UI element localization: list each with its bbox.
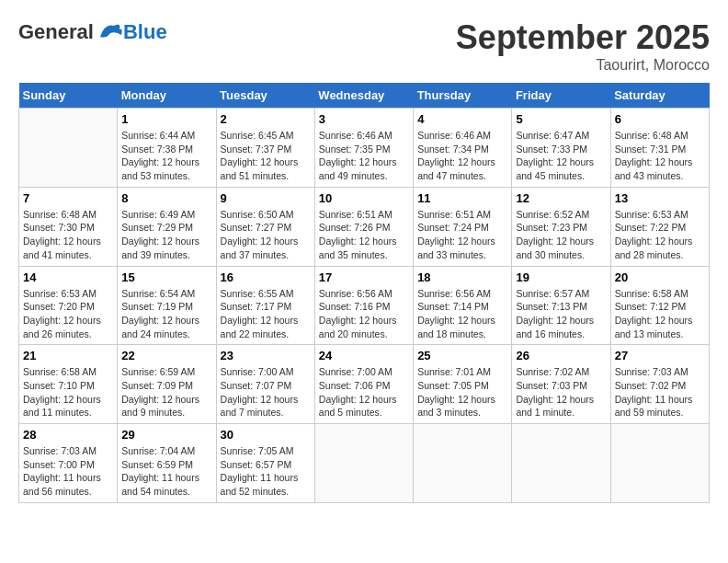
week-row-5: 28Sunrise: 7:03 AM Sunset: 7:00 PM Dayli… <box>19 424 710 503</box>
day-number: 23 <box>221 349 311 362</box>
day-info: Sunrise: 7:00 AM Sunset: 7:07 PM Dayligh… <box>221 365 311 419</box>
day-number: 21 <box>23 349 113 362</box>
day-number: 1 <box>121 112 211 126</box>
calendar-cell: 25Sunrise: 7:01 AM Sunset: 7:05 PM Dayli… <box>414 345 512 424</box>
calendar-cell: 21Sunrise: 6:58 AM Sunset: 7:10 PM Dayli… <box>19 345 118 424</box>
calendar-cell <box>414 424 512 503</box>
calendar-cell: 30Sunrise: 7:05 AM Sunset: 6:57 PM Dayli… <box>216 424 314 503</box>
calendar-cell: 8Sunrise: 6:49 AM Sunset: 7:29 PM Daylig… <box>118 187 216 266</box>
calendar-cell: 27Sunrise: 7:03 AM Sunset: 7:02 PM Dayli… <box>610 345 709 424</box>
calendar-cell: 3Sunrise: 6:46 AM Sunset: 7:35 PM Daylig… <box>314 109 413 188</box>
week-row-4: 21Sunrise: 6:58 AM Sunset: 7:10 PM Dayli… <box>19 345 710 424</box>
weekday-header-sunday: Sunday <box>19 83 118 109</box>
day-info: Sunrise: 6:49 AM Sunset: 7:29 PM Dayligh… <box>121 208 211 262</box>
calendar-cell: 7Sunrise: 6:48 AM Sunset: 7:30 PM Daylig… <box>19 187 118 266</box>
day-number: 12 <box>516 191 606 205</box>
day-number: 29 <box>121 428 211 442</box>
weekday-header-friday: Friday <box>512 83 610 109</box>
day-info: Sunrise: 7:03 AM Sunset: 7:00 PM Dayligh… <box>23 444 113 499</box>
calendar-cell: 6Sunrise: 6:48 AM Sunset: 7:31 PM Daylig… <box>610 109 709 188</box>
day-info: Sunrise: 6:47 AM Sunset: 7:33 PM Dayligh… <box>516 129 606 183</box>
week-row-2: 7Sunrise: 6:48 AM Sunset: 7:30 PM Daylig… <box>19 187 710 266</box>
day-info: Sunrise: 6:45 AM Sunset: 7:37 PM Dayligh… <box>221 129 311 183</box>
calendar-cell: 15Sunrise: 6:54 AM Sunset: 7:19 PM Dayli… <box>118 266 216 345</box>
weekday-header-monday: Monday <box>118 83 216 109</box>
weekday-header-tuesday: Tuesday <box>216 83 314 109</box>
day-info: Sunrise: 6:59 AM Sunset: 7:09 PM Dayligh… <box>121 365 211 419</box>
weekday-header-saturday: Saturday <box>610 83 709 109</box>
day-info: Sunrise: 6:53 AM Sunset: 7:20 PM Dayligh… <box>23 287 113 341</box>
day-info: Sunrise: 6:58 AM Sunset: 7:12 PM Dayligh… <box>615 287 705 341</box>
day-info: Sunrise: 6:46 AM Sunset: 7:34 PM Dayligh… <box>417 129 507 183</box>
calendar-cell: 18Sunrise: 6:56 AM Sunset: 7:14 PM Dayli… <box>414 266 512 345</box>
calendar-cell: 2Sunrise: 6:45 AM Sunset: 7:37 PM Daylig… <box>216 109 314 188</box>
day-info: Sunrise: 7:04 AM Sunset: 6:59 PM Dayligh… <box>121 444 211 499</box>
day-number: 17 <box>319 270 409 284</box>
calendar-cell: 17Sunrise: 6:56 AM Sunset: 7:16 PM Dayli… <box>314 266 413 345</box>
day-info: Sunrise: 6:52 AM Sunset: 7:23 PM Dayligh… <box>516 208 606 262</box>
day-number: 26 <box>516 349 606 362</box>
day-number: 30 <box>221 428 311 442</box>
day-info: Sunrise: 6:46 AM Sunset: 7:35 PM Dayligh… <box>319 129 409 183</box>
day-number: 24 <box>319 349 409 362</box>
day-number: 25 <box>417 349 507 362</box>
day-number: 16 <box>221 270 311 284</box>
weekday-header-row: SundayMondayTuesdayWednesdayThursdayFrid… <box>19 83 710 109</box>
day-info: Sunrise: 6:55 AM Sunset: 7:17 PM Dayligh… <box>221 287 311 341</box>
day-info: Sunrise: 7:01 AM Sunset: 7:05 PM Dayligh… <box>417 365 507 419</box>
calendar-cell <box>610 424 709 503</box>
day-number: 7 <box>23 191 113 205</box>
day-info: Sunrise: 6:48 AM Sunset: 7:30 PM Dayligh… <box>23 208 113 262</box>
day-info: Sunrise: 6:57 AM Sunset: 7:13 PM Dayligh… <box>516 287 606 341</box>
weekday-header-thursday: Thursday <box>414 83 512 109</box>
calendar-cell: 10Sunrise: 6:51 AM Sunset: 7:26 PM Dayli… <box>314 187 413 266</box>
day-number: 14 <box>23 270 113 284</box>
day-number: 15 <box>121 270 211 284</box>
calendar-cell: 28Sunrise: 7:03 AM Sunset: 7:00 PM Dayli… <box>19 424 118 503</box>
day-number: 19 <box>516 270 606 284</box>
week-row-1: 1Sunrise: 6:44 AM Sunset: 7:38 PM Daylig… <box>19 109 710 188</box>
calendar-cell: 4Sunrise: 6:46 AM Sunset: 7:34 PM Daylig… <box>414 109 512 188</box>
day-info: Sunrise: 6:53 AM Sunset: 7:22 PM Dayligh… <box>615 208 705 262</box>
day-info: Sunrise: 6:44 AM Sunset: 7:38 PM Dayligh… <box>121 129 211 183</box>
calendar-cell: 22Sunrise: 6:59 AM Sunset: 7:09 PM Dayli… <box>118 345 216 424</box>
day-number: 10 <box>319 191 409 205</box>
day-info: Sunrise: 6:50 AM Sunset: 7:27 PM Dayligh… <box>221 208 311 262</box>
day-info: Sunrise: 6:56 AM Sunset: 7:16 PM Dayligh… <box>319 287 409 341</box>
calendar-cell <box>512 424 610 503</box>
day-number: 6 <box>615 112 705 126</box>
day-number: 5 <box>516 112 606 126</box>
page-header: General Blue September 2025 Taourirt, Mo… <box>18 18 710 74</box>
calendar-cell: 24Sunrise: 7:00 AM Sunset: 7:06 PM Dayli… <box>314 345 413 424</box>
logo-general-text: General <box>18 20 94 44</box>
day-info: Sunrise: 7:03 AM Sunset: 7:02 PM Dayligh… <box>615 365 705 419</box>
calendar-cell: 13Sunrise: 6:53 AM Sunset: 7:22 PM Dayli… <box>610 187 709 266</box>
day-number: 8 <box>121 191 211 205</box>
day-number: 22 <box>121 349 211 362</box>
day-info: Sunrise: 6:51 AM Sunset: 7:24 PM Dayligh… <box>417 208 507 262</box>
calendar-cell: 20Sunrise: 6:58 AM Sunset: 7:12 PM Dayli… <box>610 266 709 345</box>
day-info: Sunrise: 6:51 AM Sunset: 7:26 PM Dayligh… <box>319 208 409 262</box>
day-number: 27 <box>615 349 705 362</box>
day-info: Sunrise: 6:54 AM Sunset: 7:19 PM Dayligh… <box>121 287 211 341</box>
calendar-cell <box>19 109 118 188</box>
day-number: 2 <box>221 112 311 126</box>
calendar-cell <box>314 424 413 503</box>
day-number: 11 <box>417 191 507 205</box>
day-number: 4 <box>417 112 507 126</box>
calendar-cell: 16Sunrise: 6:55 AM Sunset: 7:17 PM Dayli… <box>216 266 314 345</box>
calendar-cell: 1Sunrise: 6:44 AM Sunset: 7:38 PM Daylig… <box>118 109 216 188</box>
calendar-cell: 12Sunrise: 6:52 AM Sunset: 7:23 PM Dayli… <box>512 187 610 266</box>
calendar-cell: 14Sunrise: 6:53 AM Sunset: 7:20 PM Dayli… <box>19 266 118 345</box>
calendar-cell: 29Sunrise: 7:04 AM Sunset: 6:59 PM Dayli… <box>118 424 216 503</box>
calendar-cell: 5Sunrise: 6:47 AM Sunset: 7:33 PM Daylig… <box>512 109 610 188</box>
day-info: Sunrise: 7:02 AM Sunset: 7:03 PM Dayligh… <box>516 365 606 419</box>
day-info: Sunrise: 7:05 AM Sunset: 6:57 PM Dayligh… <box>221 444 311 499</box>
weekday-header-wednesday: Wednesday <box>314 83 413 109</box>
calendar-cell: 26Sunrise: 7:02 AM Sunset: 7:03 PM Dayli… <box>512 345 610 424</box>
logo: General Blue <box>18 18 167 46</box>
location-title: Taourirt, Morocco <box>456 57 710 74</box>
logo-bird-icon <box>96 18 123 46</box>
calendar-table: SundayMondayTuesdayWednesdayThursdayFrid… <box>18 83 710 503</box>
calendar-cell: 19Sunrise: 6:57 AM Sunset: 7:13 PM Dayli… <box>512 266 610 345</box>
